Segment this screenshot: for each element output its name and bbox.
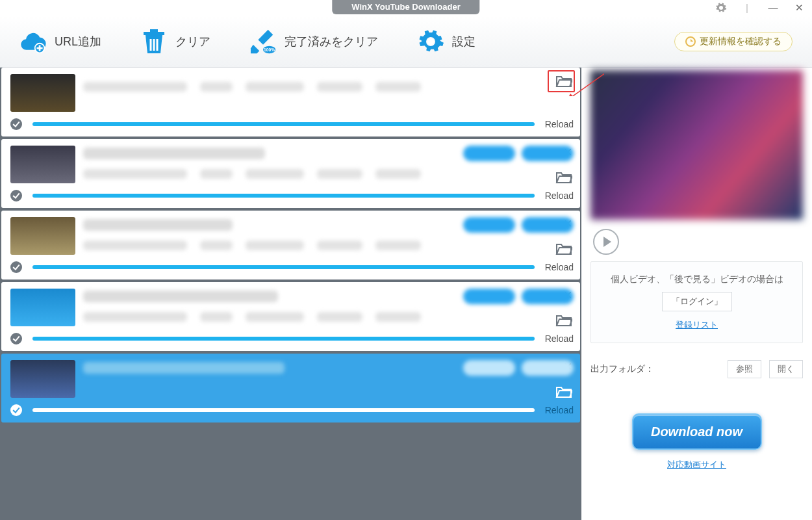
close-window-button[interactable]: ✕ <box>786 0 812 16</box>
reload-button[interactable]: Reload <box>545 333 574 344</box>
open-folder-icon[interactable] <box>555 313 572 328</box>
reload-button[interactable]: Reload <box>545 405 574 415</box>
progress-bar <box>32 122 535 126</box>
download-item-selected[interactable]: ✕ Reload <box>1 354 580 422</box>
svg-point-3 <box>427 38 435 45</box>
refresh-icon <box>685 36 696 47</box>
cloud-plus-icon <box>19 28 47 55</box>
check-updates-label: 更新情報を確認する <box>700 36 781 47</box>
progress-bar <box>32 265 535 269</box>
settings-button[interactable]: 設定 <box>417 28 476 55</box>
app-title: WinX YouTube Downloader <box>332 0 479 14</box>
login-panel: 個人ビデオ、「後で見る」ビデオの場合は 「ログイン」 登録リスト <box>590 261 803 343</box>
clear-button[interactable]: クリア <box>140 28 210 55</box>
completed-check-icon[interactable] <box>10 118 22 130</box>
output-folder-label: 出力フォルダ： <box>590 363 654 375</box>
supported-sites-link[interactable]: 対応動画サイト <box>590 459 803 471</box>
download-item[interactable]: Reload <box>1 68 580 136</box>
clear-label: クリア <box>175 34 210 49</box>
clear-completed-button[interactable]: 100% 完了済みをクリア <box>249 28 378 55</box>
clear-completed-label: 完了済みをクリア <box>285 34 378 49</box>
settings-label: 設定 <box>452 34 476 49</box>
svg-text:100%: 100% <box>264 47 275 52</box>
video-thumbnail <box>10 360 75 398</box>
register-list-link[interactable]: 登録リスト <box>598 319 796 331</box>
gear-icon <box>417 28 444 55</box>
progress-bar <box>32 408 535 412</box>
video-thumbnail <box>10 74 75 112</box>
open-folder-icon[interactable] <box>555 242 572 256</box>
title-bar: WinX YouTube Downloader | — ✕ <box>0 0 812 16</box>
download-item[interactable]: ✕ Reload <box>1 211 580 280</box>
progress-bar <box>32 194 535 198</box>
main-toolbar: URL追加 クリア 100% 完了済みをクリア 設定 更新情報を確認する <box>0 16 812 68</box>
open-folder-icon[interactable] <box>555 170 572 185</box>
reload-button[interactable]: Reload <box>545 262 574 272</box>
video-thumbnail <box>10 289 75 326</box>
add-url-label: URL追加 <box>55 34 101 49</box>
video-thumbnail <box>10 146 75 183</box>
completed-check-icon[interactable] <box>10 261 22 273</box>
brush-icon: 100% <box>249 28 277 55</box>
check-updates-button[interactable]: 更新情報を確認する <box>674 32 793 51</box>
download-item[interactable]: ✕ Reload <box>1 139 580 208</box>
reload-button[interactable]: Reload <box>545 119 574 129</box>
open-folder-icon[interactable] <box>555 74 572 88</box>
completed-check-icon[interactable] <box>10 333 22 344</box>
login-button[interactable]: 「ログイン」 <box>662 292 732 311</box>
video-thumbnail <box>10 217 75 255</box>
settings-gear-icon[interactable] <box>708 0 734 16</box>
download-item[interactable]: ✕ Reload <box>1 282 580 351</box>
video-preview <box>590 70 803 220</box>
browse-button[interactable]: 参照 <box>728 360 761 378</box>
download-now-button[interactable]: Download now <box>632 413 762 450</box>
progress-bar <box>32 337 535 341</box>
add-url-button[interactable]: URL追加 <box>19 28 101 55</box>
side-panel: 個人ビデオ、「後で見る」ビデオの場合は 「ログイン」 登録リスト 出力フォルダ：… <box>581 68 812 520</box>
reload-button[interactable]: Reload <box>545 190 574 201</box>
completed-check-icon[interactable] <box>10 404 22 416</box>
trash-icon <box>140 28 168 55</box>
login-message: 個人ビデオ、「後で見る」ビデオの場合は <box>598 274 796 285</box>
open-folder-icon[interactable] <box>555 385 572 399</box>
play-button[interactable] <box>593 229 619 255</box>
minimize-button[interactable]: — <box>760 0 786 16</box>
completed-check-icon[interactable] <box>10 190 22 202</box>
download-list: Reload ✕ Reload ✕ <box>0 68 581 520</box>
open-folder-button[interactable]: 開く <box>769 360 803 378</box>
